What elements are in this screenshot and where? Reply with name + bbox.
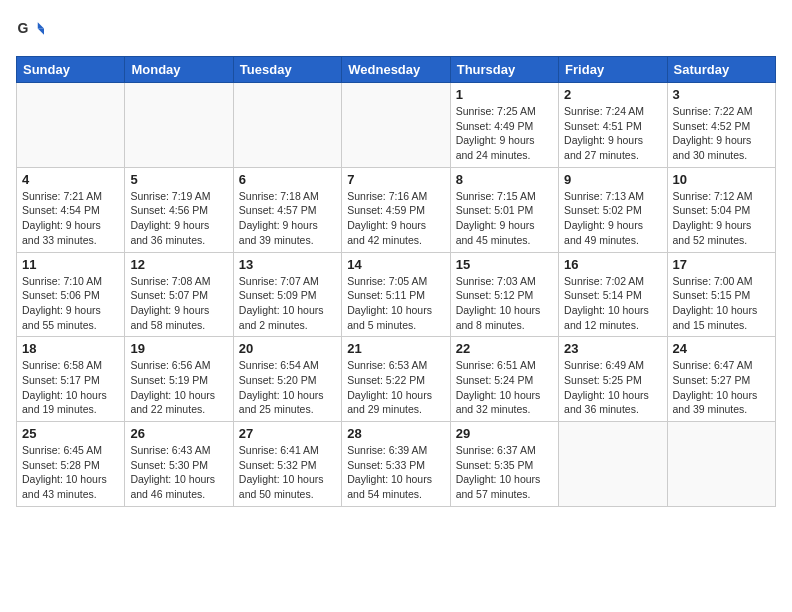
day-number: 22 <box>456 341 553 356</box>
calendar-cell: 2Sunrise: 7:24 AM Sunset: 4:51 PM Daylig… <box>559 83 667 168</box>
svg-marker-1 <box>38 22 44 28</box>
day-info: Sunrise: 6:37 AM Sunset: 5:35 PM Dayligh… <box>456 443 553 502</box>
day-number: 24 <box>673 341 770 356</box>
day-number: 29 <box>456 426 553 441</box>
weekday-header-wednesday: Wednesday <box>342 57 450 83</box>
day-number: 12 <box>130 257 227 272</box>
calendar-cell <box>342 83 450 168</box>
calendar-cell: 28Sunrise: 6:39 AM Sunset: 5:33 PM Dayli… <box>342 422 450 507</box>
day-number: 5 <box>130 172 227 187</box>
day-info: Sunrise: 7:03 AM Sunset: 5:12 PM Dayligh… <box>456 274 553 333</box>
day-info: Sunrise: 7:15 AM Sunset: 5:01 PM Dayligh… <box>456 189 553 248</box>
calendar-week-row: 11Sunrise: 7:10 AM Sunset: 5:06 PM Dayli… <box>17 252 776 337</box>
day-number: 13 <box>239 257 336 272</box>
day-number: 18 <box>22 341 119 356</box>
calendar-cell: 11Sunrise: 7:10 AM Sunset: 5:06 PM Dayli… <box>17 252 125 337</box>
calendar-cell: 26Sunrise: 6:43 AM Sunset: 5:30 PM Dayli… <box>125 422 233 507</box>
weekday-header-sunday: Sunday <box>17 57 125 83</box>
calendar-cell <box>125 83 233 168</box>
calendar-cell: 8Sunrise: 7:15 AM Sunset: 5:01 PM Daylig… <box>450 167 558 252</box>
day-number: 16 <box>564 257 661 272</box>
weekday-header-monday: Monday <box>125 57 233 83</box>
calendar-cell: 25Sunrise: 6:45 AM Sunset: 5:28 PM Dayli… <box>17 422 125 507</box>
day-info: Sunrise: 6:43 AM Sunset: 5:30 PM Dayligh… <box>130 443 227 502</box>
calendar-cell: 18Sunrise: 6:58 AM Sunset: 5:17 PM Dayli… <box>17 337 125 422</box>
day-number: 21 <box>347 341 444 356</box>
day-info: Sunrise: 6:47 AM Sunset: 5:27 PM Dayligh… <box>673 358 770 417</box>
weekday-header-tuesday: Tuesday <box>233 57 341 83</box>
day-info: Sunrise: 7:10 AM Sunset: 5:06 PM Dayligh… <box>22 274 119 333</box>
calendar-table: SundayMondayTuesdayWednesdayThursdayFrid… <box>16 56 776 507</box>
calendar-cell: 20Sunrise: 6:54 AM Sunset: 5:20 PM Dayli… <box>233 337 341 422</box>
logo: G <box>16 16 48 44</box>
calendar-cell: 15Sunrise: 7:03 AM Sunset: 5:12 PM Dayli… <box>450 252 558 337</box>
day-info: Sunrise: 7:08 AM Sunset: 5:07 PM Dayligh… <box>130 274 227 333</box>
logo-icon: G <box>16 16 44 44</box>
day-info: Sunrise: 6:53 AM Sunset: 5:22 PM Dayligh… <box>347 358 444 417</box>
calendar-cell: 7Sunrise: 7:16 AM Sunset: 4:59 PM Daylig… <box>342 167 450 252</box>
calendar-cell: 4Sunrise: 7:21 AM Sunset: 4:54 PM Daylig… <box>17 167 125 252</box>
day-info: Sunrise: 6:45 AM Sunset: 5:28 PM Dayligh… <box>22 443 119 502</box>
calendar-week-row: 1Sunrise: 7:25 AM Sunset: 4:49 PM Daylig… <box>17 83 776 168</box>
day-number: 3 <box>673 87 770 102</box>
day-number: 2 <box>564 87 661 102</box>
calendar-cell: 9Sunrise: 7:13 AM Sunset: 5:02 PM Daylig… <box>559 167 667 252</box>
calendar-cell <box>559 422 667 507</box>
calendar-cell: 13Sunrise: 7:07 AM Sunset: 5:09 PM Dayli… <box>233 252 341 337</box>
day-number: 8 <box>456 172 553 187</box>
day-number: 11 <box>22 257 119 272</box>
weekday-header-thursday: Thursday <box>450 57 558 83</box>
calendar-week-row: 4Sunrise: 7:21 AM Sunset: 4:54 PM Daylig… <box>17 167 776 252</box>
day-info: Sunrise: 7:22 AM Sunset: 4:52 PM Dayligh… <box>673 104 770 163</box>
day-info: Sunrise: 7:13 AM Sunset: 5:02 PM Dayligh… <box>564 189 661 248</box>
day-number: 7 <box>347 172 444 187</box>
calendar-cell: 14Sunrise: 7:05 AM Sunset: 5:11 PM Dayli… <box>342 252 450 337</box>
calendar-cell: 1Sunrise: 7:25 AM Sunset: 4:49 PM Daylig… <box>450 83 558 168</box>
day-number: 20 <box>239 341 336 356</box>
day-info: Sunrise: 7:25 AM Sunset: 4:49 PM Dayligh… <box>456 104 553 163</box>
day-number: 26 <box>130 426 227 441</box>
day-info: Sunrise: 7:16 AM Sunset: 4:59 PM Dayligh… <box>347 189 444 248</box>
day-info: Sunrise: 7:05 AM Sunset: 5:11 PM Dayligh… <box>347 274 444 333</box>
calendar-cell: 10Sunrise: 7:12 AM Sunset: 5:04 PM Dayli… <box>667 167 775 252</box>
day-number: 15 <box>456 257 553 272</box>
calendar-cell: 27Sunrise: 6:41 AM Sunset: 5:32 PM Dayli… <box>233 422 341 507</box>
svg-text:G: G <box>18 20 29 36</box>
day-number: 19 <box>130 341 227 356</box>
day-info: Sunrise: 6:58 AM Sunset: 5:17 PM Dayligh… <box>22 358 119 417</box>
day-info: Sunrise: 6:41 AM Sunset: 5:32 PM Dayligh… <box>239 443 336 502</box>
day-info: Sunrise: 6:54 AM Sunset: 5:20 PM Dayligh… <box>239 358 336 417</box>
day-number: 25 <box>22 426 119 441</box>
calendar-cell <box>17 83 125 168</box>
calendar-week-row: 25Sunrise: 6:45 AM Sunset: 5:28 PM Dayli… <box>17 422 776 507</box>
day-info: Sunrise: 7:21 AM Sunset: 4:54 PM Dayligh… <box>22 189 119 248</box>
day-number: 23 <box>564 341 661 356</box>
page: G SundayMondayTuesdayWednesdayThursdayFr… <box>0 0 792 515</box>
day-number: 1 <box>456 87 553 102</box>
day-number: 10 <box>673 172 770 187</box>
day-number: 17 <box>673 257 770 272</box>
calendar-cell: 6Sunrise: 7:18 AM Sunset: 4:57 PM Daylig… <box>233 167 341 252</box>
day-info: Sunrise: 7:18 AM Sunset: 4:57 PM Dayligh… <box>239 189 336 248</box>
svg-marker-2 <box>38 28 44 34</box>
calendar-cell: 22Sunrise: 6:51 AM Sunset: 5:24 PM Dayli… <box>450 337 558 422</box>
weekday-header-friday: Friday <box>559 57 667 83</box>
calendar-cell: 16Sunrise: 7:02 AM Sunset: 5:14 PM Dayli… <box>559 252 667 337</box>
day-number: 28 <box>347 426 444 441</box>
calendar-cell: 29Sunrise: 6:37 AM Sunset: 5:35 PM Dayli… <box>450 422 558 507</box>
header: G <box>16 16 776 44</box>
day-info: Sunrise: 6:49 AM Sunset: 5:25 PM Dayligh… <box>564 358 661 417</box>
day-number: 4 <box>22 172 119 187</box>
calendar-cell: 24Sunrise: 6:47 AM Sunset: 5:27 PM Dayli… <box>667 337 775 422</box>
calendar-week-row: 18Sunrise: 6:58 AM Sunset: 5:17 PM Dayli… <box>17 337 776 422</box>
day-info: Sunrise: 7:19 AM Sunset: 4:56 PM Dayligh… <box>130 189 227 248</box>
calendar-cell: 12Sunrise: 7:08 AM Sunset: 5:07 PM Dayli… <box>125 252 233 337</box>
calendar-cell: 23Sunrise: 6:49 AM Sunset: 5:25 PM Dayli… <box>559 337 667 422</box>
day-info: Sunrise: 6:39 AM Sunset: 5:33 PM Dayligh… <box>347 443 444 502</box>
day-number: 9 <box>564 172 661 187</box>
calendar-cell: 17Sunrise: 7:00 AM Sunset: 5:15 PM Dayli… <box>667 252 775 337</box>
calendar-cell <box>667 422 775 507</box>
calendar-cell: 3Sunrise: 7:22 AM Sunset: 4:52 PM Daylig… <box>667 83 775 168</box>
day-number: 27 <box>239 426 336 441</box>
day-info: Sunrise: 6:51 AM Sunset: 5:24 PM Dayligh… <box>456 358 553 417</box>
